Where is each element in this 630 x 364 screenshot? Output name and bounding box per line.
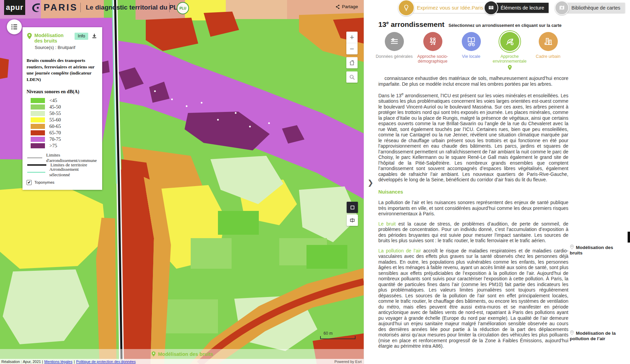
- leaf-icon: [500, 32, 519, 51]
- download-icon: [91, 33, 97, 39]
- level-swatch: [31, 124, 45, 129]
- panel-collapse-chevron[interactable]: ❯: [367, 179, 374, 187]
- realisation-text: Réalisation : Apur, 2021 |: [1, 360, 43, 364]
- idee-paris-label[interactable]: Exprimez vous sur Idée.Paris: [413, 3, 488, 13]
- scale-label: 60 m: [324, 331, 356, 336]
- zoom-controls: + −: [346, 32, 358, 54]
- magnifier-icon: [349, 74, 355, 80]
- book-bicycle-icon: [462, 32, 481, 51]
- toponymes-label: Toponymes: [34, 180, 54, 184]
- zoom-out-button[interactable]: −: [346, 43, 358, 54]
- protection-donnees-link[interactable]: Politique de protection des données: [76, 360, 136, 364]
- outline-pin-icon: [570, 244, 574, 250]
- search-tool-button[interactable]: [346, 71, 358, 83]
- legend-description: Bruits cumulés des transports routiers, …: [27, 57, 97, 83]
- paragraph: La pollution de l’air accroît le risque …: [378, 248, 568, 349]
- bibliotheque-cartes-label[interactable]: Bibliothèque de cartes: [567, 3, 625, 13]
- tab-approche-environnementale[interactable]: Approche environnementale: [490, 32, 529, 71]
- legend-panel: Modélisation des bruits Info Source(s) :…: [22, 27, 102, 190]
- download-button[interactable]: [91, 33, 97, 40]
- level-swatch: [31, 98, 45, 103]
- level-label: 45-50: [49, 104, 61, 110]
- paris-swirl-icon: [30, 2, 42, 13]
- legend-levels: <45 45-50 50-55 55-60 60-65 65-70 70-75 …: [27, 97, 97, 149]
- panel-scrollbar-thumb[interactable]: [628, 232, 630, 243]
- tab-approche-socio-demographique[interactable]: Approche socio-démographique: [413, 32, 452, 71]
- zoom-in-button[interactable]: +: [346, 32, 358, 43]
- active-layer-label: Modélisation des bruits: [158, 351, 213, 357]
- header-divider: [169, 3, 170, 12]
- level-swatch: [31, 143, 45, 148]
- arrondissement-title: 13e arrondissement: [378, 20, 444, 29]
- legend-level-row: 50-55: [31, 110, 97, 117]
- elements-lecture-button[interactable]: Éléments de lecture: [484, 0, 549, 16]
- tab-vie-locale[interactable]: Vie locale: [452, 32, 490, 71]
- pollution-air-link[interactable]: La pollution de l’air: [378, 248, 421, 253]
- line-label: Limites d'arrondissement/commune: [46, 152, 97, 163]
- reading-panel: Exprimez vous sur Idée.Paris Éléments de…: [364, 0, 630, 364]
- level-swatch: [31, 111, 45, 116]
- margin-note-bruits[interactable]: Modélisation des bruits: [570, 244, 621, 255]
- header-divider: [80, 3, 81, 12]
- paragraph: Dans le 13e arrondissement, l’ICU est pr…: [378, 91, 568, 183]
- app: apur PARIS Le diagnostic territorial du …: [0, 0, 630, 364]
- legend-level-row: >75: [31, 143, 97, 149]
- scale-bar: 60 m: [320, 331, 356, 339]
- arrondissement-subtitle: Sélectionnez un arrondissement en cliqua…: [448, 23, 562, 28]
- home-button[interactable]: [346, 57, 358, 68]
- apur-logo[interactable]: apur: [4, 0, 25, 15]
- level-swatch: [31, 117, 45, 122]
- category-label: Approche socio-démographique: [413, 54, 452, 64]
- sliders-icon: [385, 32, 404, 51]
- tab-donnees-generales[interactable]: Données générales: [375, 32, 413, 71]
- square-icon: [350, 205, 355, 210]
- bibliotheque-cartes-button[interactable]: Bibliothèque de cartes: [555, 0, 625, 16]
- level-label: <45: [49, 98, 57, 103]
- line-sample: [27, 164, 46, 166]
- plu-logo: PLU: [177, 2, 189, 14]
- arrondissement-header: 13e arrondissement Sélectionnez un arron…: [378, 20, 630, 29]
- legend-level-row: 70-75: [31, 136, 97, 143]
- legend-title: Modélisation des bruits: [34, 33, 67, 44]
- legend-level-row: 65-70: [31, 130, 97, 136]
- swipe-tool-button[interactable]: [347, 215, 358, 226]
- legend-level-row: <45: [31, 97, 97, 104]
- extent-tool-button[interactable]: [347, 202, 358, 213]
- noise-map[interactable]: apur PARIS Le diagnostic territorial du …: [0, 0, 364, 364]
- book-icon: [484, 1, 498, 15]
- paris-logo[interactable]: PARIS: [30, 2, 78, 13]
- map-attribution: Réalisation : Apur, 2021 | Mentions léga…: [0, 359, 364, 364]
- category-label: Vie locale: [462, 54, 481, 59]
- layer-list-button[interactable]: [7, 19, 22, 34]
- legend-source: Source(s) : Bruitparif: [35, 45, 97, 50]
- line-sample: [27, 158, 42, 158]
- level-label: 50-55: [49, 111, 61, 116]
- margin-note-pollution[interactable]: Modélisation de la pollution de l’air: [570, 330, 621, 341]
- elements-lecture-label[interactable]: Éléments de lecture: [497, 3, 549, 13]
- paragraph: Le bruit est la cause de stress, de prob…: [378, 221, 568, 244]
- scale-rule: [320, 336, 356, 339]
- people-icon: [423, 32, 442, 51]
- outline-pin-icon: [570, 330, 574, 335]
- level-swatch: [31, 137, 45, 142]
- level-label: >75: [49, 143, 57, 149]
- idee-paris-button[interactable]: Exprimez vous sur Idée.Paris: [398, 0, 488, 16]
- panel-topbar: Exprimez vous sur Idée.Paris Éléments de…: [364, 0, 630, 16]
- selected-category-pin: [507, 65, 512, 71]
- tab-cadre-urbain[interactable]: Cadre urbain: [529, 32, 567, 71]
- toponymes-checkbox[interactable]: ✔: [27, 180, 32, 185]
- category-nav: Données générales Approche socio-démogra…: [375, 32, 567, 71]
- le-bruit-link[interactable]: Le bruit: [378, 221, 396, 227]
- category-label: Cadre urbain: [536, 54, 560, 59]
- paris-logo-text: PARIS: [44, 2, 78, 13]
- category-label: Données générales: [376, 54, 412, 59]
- layer-pin-icon: [27, 33, 32, 39]
- mentions-legales-link[interactable]: Mentions légales: [44, 360, 73, 364]
- separator: |: [74, 360, 75, 364]
- legend-level-row: 60-65: [31, 123, 97, 130]
- map-icon: [555, 1, 569, 15]
- share-button[interactable]: Partage: [335, 4, 358, 9]
- layer-pin-icon: [151, 351, 156, 357]
- info-button[interactable]: Info: [75, 33, 88, 40]
- swipe-icon: [349, 217, 355, 223]
